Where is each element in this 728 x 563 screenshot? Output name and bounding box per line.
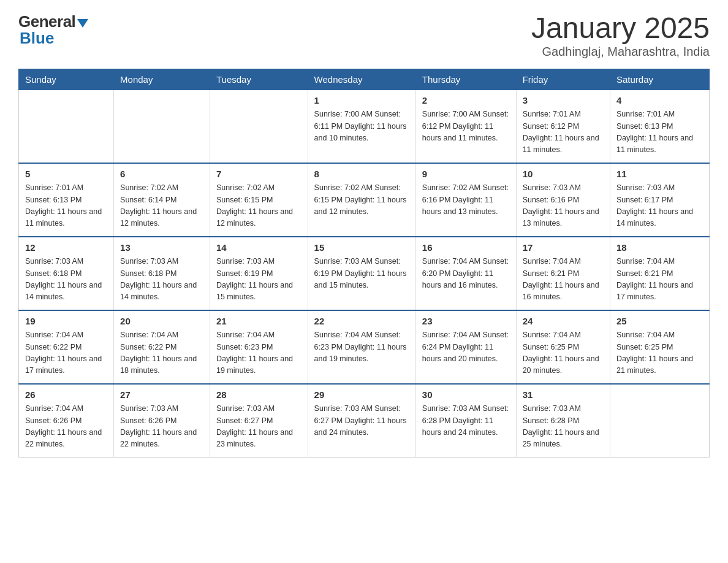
day-number: 15 <box>314 241 409 255</box>
header-day-thursday: Thursday <box>415 69 516 90</box>
day-info: Sunrise: 7:04 AM Sunset: 6:23 PM Dayligh… <box>216 329 301 377</box>
calendar-cell: 25Sunrise: 7:04 AM Sunset: 6:25 PM Dayli… <box>610 310 709 384</box>
day-number: 17 <box>523 241 604 255</box>
header-day-tuesday: Tuesday <box>210 69 308 90</box>
day-info: Sunrise: 7:03 AM Sunset: 6:17 PM Dayligh… <box>616 182 703 230</box>
calendar-cell <box>610 384 709 458</box>
day-info: Sunrise: 7:01 AM Sunset: 6:13 PM Dayligh… <box>616 109 703 156</box>
day-number: 30 <box>422 388 510 402</box>
calendar-cell: 26Sunrise: 7:04 AM Sunset: 6:26 PM Dayli… <box>19 384 114 458</box>
day-number: 1 <box>314 94 409 108</box>
day-info: Sunrise: 7:03 AM Sunset: 6:28 PM Dayligh… <box>422 403 510 439</box>
day-number: 31 <box>523 388 604 402</box>
logo-blue-text: Blue <box>18 29 54 48</box>
day-number: 9 <box>422 167 510 182</box>
calendar-cell: 27Sunrise: 7:03 AM Sunset: 6:26 PM Dayli… <box>114 384 210 458</box>
day-number: 16 <box>422 241 510 255</box>
day-info: Sunrise: 7:03 AM Sunset: 6:27 PM Dayligh… <box>314 403 409 439</box>
day-number: 21 <box>216 315 301 329</box>
day-info: Sunrise: 7:04 AM Sunset: 6:22 PM Dayligh… <box>120 329 203 377</box>
header-row: SundayMondayTuesdayWednesdayThursdayFrid… <box>19 69 710 90</box>
day-number: 6 <box>120 167 203 182</box>
calendar-cell: 19Sunrise: 7:04 AM Sunset: 6:22 PM Dayli… <box>19 310 114 384</box>
header-day-wednesday: Wednesday <box>308 69 415 90</box>
location-subtitle: Gadhinglaj, Maharashtra, India <box>531 45 710 59</box>
day-number: 13 <box>120 241 203 255</box>
calendar-cell: 23Sunrise: 7:04 AM Sunset: 6:24 PM Dayli… <box>415 310 516 384</box>
day-info: Sunrise: 7:04 AM Sunset: 6:25 PM Dayligh… <box>616 329 703 377</box>
calendar-cell: 20Sunrise: 7:04 AM Sunset: 6:22 PM Dayli… <box>114 310 210 384</box>
header-day-sunday: Sunday <box>19 69 114 90</box>
day-number: 4 <box>616 94 703 108</box>
day-info: Sunrise: 7:00 AM Sunset: 6:11 PM Dayligh… <box>314 109 409 144</box>
day-info: Sunrise: 7:04 AM Sunset: 6:25 PM Dayligh… <box>523 329 604 377</box>
day-number: 28 <box>216 388 301 402</box>
day-info: Sunrise: 7:03 AM Sunset: 6:16 PM Dayligh… <box>523 182 604 230</box>
day-number: 5 <box>25 167 107 182</box>
calendar-cell: 12Sunrise: 7:03 AM Sunset: 6:18 PM Dayli… <box>19 237 114 310</box>
calendar-cell: 11Sunrise: 7:03 AM Sunset: 6:17 PM Dayli… <box>610 163 709 237</box>
day-number: 19 <box>25 315 107 329</box>
calendar-cell: 28Sunrise: 7:03 AM Sunset: 6:27 PM Dayli… <box>210 384 308 458</box>
day-number: 12 <box>25 241 107 255</box>
calendar-cell <box>114 90 210 163</box>
calendar-cell: 13Sunrise: 7:03 AM Sunset: 6:18 PM Dayli… <box>114 237 210 310</box>
day-number: 20 <box>120 315 203 329</box>
calendar-cell: 24Sunrise: 7:04 AM Sunset: 6:25 PM Dayli… <box>516 310 610 384</box>
week-row-4: 19Sunrise: 7:04 AM Sunset: 6:22 PM Dayli… <box>19 310 710 384</box>
calendar-cell: 17Sunrise: 7:04 AM Sunset: 6:21 PM Dayli… <box>516 237 610 310</box>
logo: General Blue <box>18 12 88 48</box>
calendar-cell: 5Sunrise: 7:01 AM Sunset: 6:13 PM Daylig… <box>19 163 114 237</box>
day-info: Sunrise: 7:04 AM Sunset: 6:26 PM Dayligh… <box>25 403 107 451</box>
week-row-3: 12Sunrise: 7:03 AM Sunset: 6:18 PM Dayli… <box>19 237 710 310</box>
day-info: Sunrise: 7:04 AM Sunset: 6:20 PM Dayligh… <box>422 256 510 291</box>
day-number: 25 <box>616 315 703 329</box>
day-info: Sunrise: 7:02 AM Sunset: 6:16 PM Dayligh… <box>422 182 510 218</box>
day-number: 7 <box>216 167 301 182</box>
week-row-1: 1Sunrise: 7:00 AM Sunset: 6:11 PM Daylig… <box>19 90 710 163</box>
header-day-saturday: Saturday <box>610 69 709 90</box>
day-info: Sunrise: 7:03 AM Sunset: 6:18 PM Dayligh… <box>120 256 203 304</box>
month-title: January 2025 <box>531 12 710 45</box>
day-number: 14 <box>216 241 301 255</box>
page-header: General Blue January 2025 Gadhinglaj, Ma… <box>18 12 710 59</box>
logo-triangle-icon <box>77 19 88 28</box>
calendar-cell: 1Sunrise: 7:00 AM Sunset: 6:11 PM Daylig… <box>308 90 415 163</box>
week-row-2: 5Sunrise: 7:01 AM Sunset: 6:13 PM Daylig… <box>19 163 710 237</box>
calendar-cell: 15Sunrise: 7:03 AM Sunset: 6:19 PM Dayli… <box>308 237 415 310</box>
title-section: January 2025 Gadhinglaj, Maharashtra, In… <box>531 12 710 59</box>
day-number: 2 <box>422 94 510 108</box>
day-info: Sunrise: 7:03 AM Sunset: 6:18 PM Dayligh… <box>25 256 107 304</box>
day-number: 23 <box>422 315 510 329</box>
header-day-monday: Monday <box>114 69 210 90</box>
calendar-cell: 31Sunrise: 7:03 AM Sunset: 6:28 PM Dayli… <box>516 384 610 458</box>
calendar-cell: 7Sunrise: 7:02 AM Sunset: 6:15 PM Daylig… <box>210 163 308 237</box>
day-number: 24 <box>523 315 604 329</box>
day-info: Sunrise: 7:04 AM Sunset: 6:23 PM Dayligh… <box>314 329 409 365</box>
calendar-header: SundayMondayTuesdayWednesdayThursdayFrid… <box>19 69 710 90</box>
day-info: Sunrise: 7:03 AM Sunset: 6:19 PM Dayligh… <box>314 256 409 291</box>
calendar-cell: 9Sunrise: 7:02 AM Sunset: 6:16 PM Daylig… <box>415 163 516 237</box>
day-info: Sunrise: 7:03 AM Sunset: 6:28 PM Dayligh… <box>523 403 604 451</box>
day-info: Sunrise: 7:04 AM Sunset: 6:21 PM Dayligh… <box>523 256 604 304</box>
calendar-table: SundayMondayTuesdayWednesdayThursdayFrid… <box>18 69 710 458</box>
calendar-cell: 6Sunrise: 7:02 AM Sunset: 6:14 PM Daylig… <box>114 163 210 237</box>
day-info: Sunrise: 7:01 AM Sunset: 6:12 PM Dayligh… <box>523 109 604 156</box>
calendar-cell: 10Sunrise: 7:03 AM Sunset: 6:16 PM Dayli… <box>516 163 610 237</box>
day-number: 10 <box>523 167 604 182</box>
day-number: 27 <box>120 388 203 402</box>
calendar-body: 1Sunrise: 7:00 AM Sunset: 6:11 PM Daylig… <box>19 90 710 457</box>
week-row-5: 26Sunrise: 7:04 AM Sunset: 6:26 PM Dayli… <box>19 384 710 458</box>
day-info: Sunrise: 7:02 AM Sunset: 6:15 PM Dayligh… <box>216 182 301 230</box>
day-number: 8 <box>314 167 409 182</box>
day-info: Sunrise: 7:04 AM Sunset: 6:22 PM Dayligh… <box>25 329 107 377</box>
day-number: 29 <box>314 388 409 402</box>
calendar-cell: 14Sunrise: 7:03 AM Sunset: 6:19 PM Dayli… <box>210 237 308 310</box>
calendar-cell: 21Sunrise: 7:04 AM Sunset: 6:23 PM Dayli… <box>210 310 308 384</box>
calendar-cell: 16Sunrise: 7:04 AM Sunset: 6:20 PM Dayli… <box>415 237 516 310</box>
day-info: Sunrise: 7:01 AM Sunset: 6:13 PM Dayligh… <box>25 182 107 230</box>
day-info: Sunrise: 7:00 AM Sunset: 6:12 PM Dayligh… <box>422 109 510 144</box>
calendar-cell: 22Sunrise: 7:04 AM Sunset: 6:23 PM Dayli… <box>308 310 415 384</box>
calendar-cell: 4Sunrise: 7:01 AM Sunset: 6:13 PM Daylig… <box>610 90 709 163</box>
day-number: 26 <box>25 388 107 402</box>
